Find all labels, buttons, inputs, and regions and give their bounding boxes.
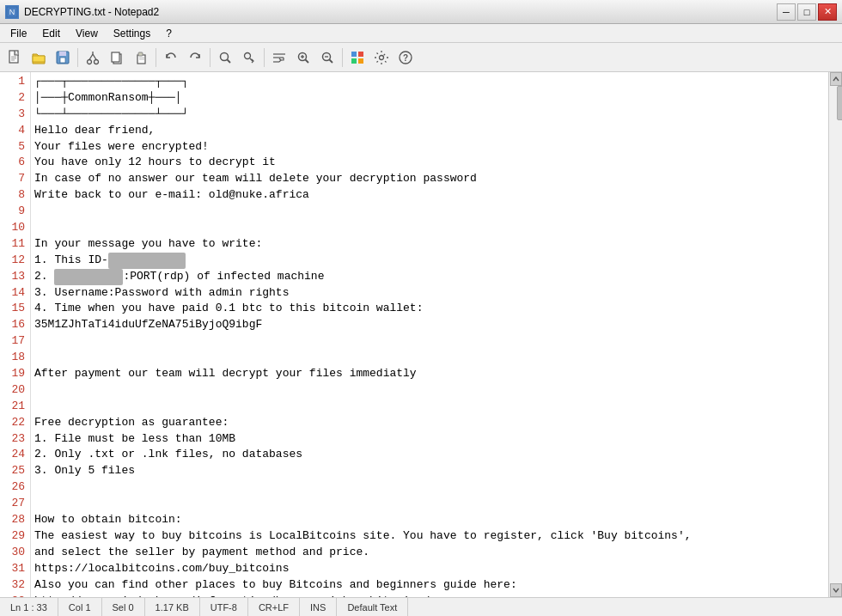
menu-settings[interactable]: Settings — [107, 25, 157, 42]
text-line — [34, 496, 825, 512]
help-button[interactable]: ? — [394, 46, 417, 69]
svg-point-22 — [245, 52, 251, 58]
undo-button[interactable] — [160, 46, 182, 69]
text-line — [34, 333, 825, 350]
window-title: DECRYPTING.txt - Notepad2 — [24, 6, 159, 18]
redo-button[interactable] — [184, 46, 206, 69]
line-numbers: 1234567891011121314151617181920212223242… — [0, 72, 31, 597]
close-button[interactable]: ✕ — [818, 3, 837, 21]
text-line: │───┼CommonRansom┼───│ — [34, 90, 825, 107]
settings-button[interactable] — [370, 46, 393, 69]
save-button[interactable] — [52, 46, 74, 69]
status-style: Default Text — [337, 598, 408, 616]
paste-button[interactable] — [130, 46, 152, 69]
line-number: 3 — [0, 107, 25, 123]
svg-point-20 — [221, 52, 229, 60]
wordwrap-button[interactable] — [268, 46, 290, 69]
svg-line-21 — [228, 59, 231, 63]
text-line: http://www.coindesk.com/information/how-… — [34, 594, 825, 598]
line-number: 32 — [0, 577, 25, 594]
find-button[interactable] — [214, 46, 236, 69]
toolbar-sep-4 — [264, 48, 265, 67]
svg-rect-8 — [60, 58, 65, 63]
svg-line-28 — [306, 59, 309, 63]
new-button[interactable] — [3, 46, 26, 69]
line-number: 10 — [0, 220, 25, 236]
text-line: 2. Only .txt or .lnk files, no databases — [34, 447, 825, 463]
cut-button[interactable] — [82, 46, 104, 69]
line-number: 11 — [0, 236, 25, 253]
svg-rect-7 — [59, 52, 66, 56]
editor-area: 1234567891011121314151617181920212223242… — [0, 72, 842, 597]
text-line: 1. This ID- — [34, 253, 825, 269]
minimize-button[interactable]: ─ — [777, 3, 796, 21]
editor-content[interactable]: ┌───┬─────────────┬───┐│───┼CommonRansom… — [31, 72, 828, 597]
line-number: 33 — [0, 594, 25, 598]
text-line: You have only 12 hours to decrypt it — [34, 155, 825, 171]
scheme-button[interactable] — [346, 46, 369, 69]
menu-edit[interactable]: Edit — [35, 25, 67, 42]
zoom-out-button[interactable] — [316, 46, 339, 69]
text-line: 35M1ZJhTaTi4iduUfZeNA75iByjoQ9ibgF — [34, 317, 825, 333]
line-number: 28 — [0, 512, 25, 528]
status-encoding: UTF-8 — [200, 598, 248, 616]
text-line: 1. File must be less than 10MB — [34, 431, 825, 448]
line-number: 16 — [0, 317, 25, 333]
svg-rect-34 — [351, 52, 357, 57]
toolbar: ? — [0, 43, 842, 72]
statusbar: Ln 1 : 33 Col 1 Sel 0 1.17 KB UTF-8 CR+L… — [0, 597, 842, 616]
maximize-button[interactable]: □ — [797, 3, 816, 21]
line-number: 9 — [0, 204, 25, 220]
svg-line-11 — [89, 54, 93, 60]
menu-help[interactable]: ? — [159, 25, 179, 42]
line-number: 7 — [0, 171, 25, 187]
titlebar: N DECRYPTING.txt - Notepad2 ─ □ ✕ — [0, 0, 842, 24]
text-line — [34, 382, 825, 399]
replace-button[interactable] — [238, 46, 260, 69]
svg-rect-35 — [358, 52, 363, 57]
zoom-in-button[interactable] — [292, 46, 314, 69]
line-number: 22 — [0, 415, 25, 431]
app-icon: N — [5, 5, 19, 19]
text-line — [34, 220, 825, 236]
menubar: File Edit View Settings ? — [0, 24, 842, 43]
line-number: 19 — [0, 366, 25, 382]
text-line: Free decryption as guarantee: — [34, 415, 825, 431]
line-number: 2 — [0, 90, 25, 107]
status-insert: INS — [300, 598, 337, 616]
text-line: After payment our team will decrypt your… — [34, 366, 825, 382]
menu-view[interactable]: View — [69, 25, 105, 42]
text-line: How to obtain bitcoin: — [34, 512, 825, 528]
svg-rect-15 — [112, 52, 119, 62]
text-line: Your files were encrypted! — [34, 139, 825, 156]
svg-rect-36 — [351, 58, 357, 64]
toolbar-sep-1 — [77, 48, 78, 67]
line-number: 31 — [0, 561, 25, 577]
text-line: ┌───┬─────────────┬───┐ — [34, 74, 825, 90]
text-line — [34, 399, 825, 415]
status-lineending: CR+LF — [248, 598, 300, 616]
menu-file[interactable]: File — [3, 25, 34, 42]
scrollbar-vertical[interactable] — [828, 72, 842, 597]
svg-text:N: N — [9, 8, 15, 16]
text-line: and select the seller by payment method … — [34, 545, 825, 561]
copy-button[interactable] — [106, 46, 128, 69]
svg-point-10 — [95, 59, 99, 64]
open-button[interactable] — [27, 46, 50, 69]
text-line: https://localbitcoins.com/buy_bitcoins — [34, 561, 825, 577]
line-number: 6 — [0, 155, 25, 171]
text-line — [34, 204, 825, 220]
svg-point-9 — [88, 59, 92, 64]
text-line: 4. Time when you have paid 0.1 btc to th… — [34, 301, 825, 317]
line-number: 5 — [0, 139, 25, 156]
svg-text:?: ? — [403, 53, 408, 63]
line-number: 21 — [0, 399, 25, 415]
text-line: Also you can find other places to buy Bi… — [34, 577, 825, 594]
line-number: 24 — [0, 447, 25, 463]
line-number: 8 — [0, 187, 25, 204]
text-line: In case of no answer our team will delet… — [34, 171, 825, 187]
line-number: 4 — [0, 123, 25, 139]
toolbar-sep-3 — [210, 48, 210, 67]
svg-rect-37 — [358, 58, 363, 64]
status-sel: Sel 0 — [102, 598, 145, 616]
